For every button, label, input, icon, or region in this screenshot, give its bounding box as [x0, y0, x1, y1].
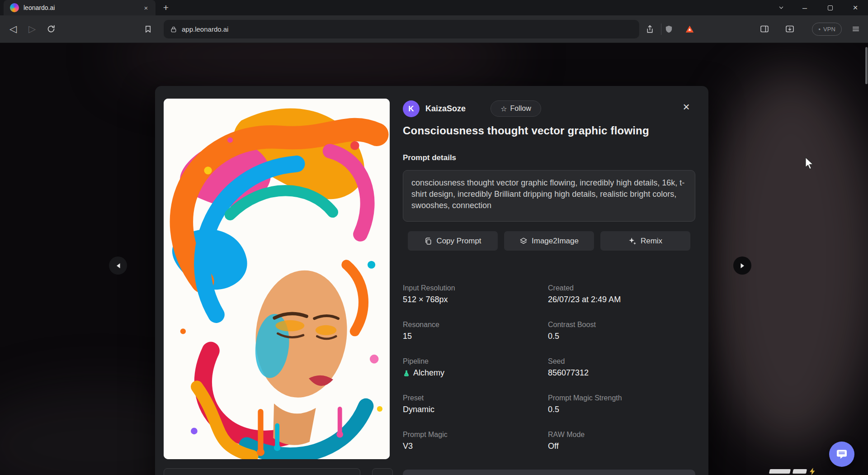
back-icon: ◁ [9, 24, 17, 34]
image-title: Consciousness thought vector graphic flo… [403, 124, 683, 137]
meta-prompt-magic-strength: Prompt Magic Strength 0.5 [548, 394, 695, 414]
page-content: K KaizaSoze ☆ Follow × Consciousness tho… [0, 43, 868, 475]
reload-icon [47, 24, 56, 33]
tab-leonardo[interactable]: leonardo.ai × [4, 0, 156, 15]
minimize-button[interactable]: – [792, 0, 817, 15]
menu-icon [852, 25, 860, 33]
copy-prompt-button[interactable]: Copy Prompt [408, 231, 498, 251]
image-metadata: Input Resolution 512 × 768px Created 26/… [403, 284, 695, 451]
chat-icon [836, 448, 848, 460]
thumbnail-strip[interactable] [164, 468, 360, 475]
browser-menu-button[interactable] [848, 21, 863, 37]
vpn-status-dot: ● [818, 27, 821, 31]
new-tab-button[interactable]: + [158, 1, 174, 14]
bookmark-button[interactable] [140, 21, 156, 37]
meta-input-resolution: Input Resolution 512 × 768px [403, 284, 548, 304]
watermark-text-fragment [769, 469, 791, 474]
support-chat-button[interactable] [829, 442, 854, 467]
leonardo-favicon-icon [10, 3, 19, 12]
meta-pipeline: Pipeline Alchemy [403, 357, 548, 378]
forward-button[interactable]: ▷ [23, 19, 42, 38]
window-close-button[interactable]: × [843, 0, 868, 15]
meta-preset: Preset Dynamic [403, 394, 548, 414]
maximize-icon [828, 5, 833, 10]
artwork-illustration [164, 99, 390, 459]
url-text: app.leonardo.ai [182, 25, 228, 33]
browser-window: leonardo.ai × + – × ◁ ▷ app.leonardo.ai [0, 0, 868, 475]
split-view-icon [785, 24, 794, 33]
image2image-button[interactable]: Image2Image [504, 231, 594, 251]
remix-button[interactable]: Remix [600, 231, 690, 251]
remix-sparkle-icon [628, 237, 637, 245]
modal-close-button[interactable]: × [678, 99, 694, 115]
previous-image-button[interactable] [109, 256, 127, 275]
lightning-bolt-icon [809, 468, 816, 475]
meta-resonance: Resonance 15 [403, 321, 548, 341]
forward-icon: ▷ [28, 24, 36, 34]
chevron-left-icon [116, 263, 121, 269]
layers-icon [519, 237, 528, 245]
lock-icon[interactable] [170, 26, 177, 33]
share-button[interactable] [642, 21, 657, 37]
user-name[interactable]: KaizaSoze [425, 104, 466, 114]
tab-close-button[interactable]: × [141, 3, 151, 13]
maximize-button[interactable] [817, 0, 843, 15]
brave-rewards-triangle-icon [685, 24, 694, 34]
window-controls: – × [770, 0, 868, 15]
meta-contrast-boost: Contrast Boost 0.5 [548, 321, 695, 341]
sidebar-toggle-icon [760, 24, 769, 33]
user-avatar[interactable]: K [403, 100, 420, 117]
brave-shields-button[interactable] [661, 21, 676, 37]
prompt-details-heading: Prompt details [403, 153, 456, 162]
copy-prompt-label: Copy Prompt [436, 237, 481, 246]
image2image-label: Image2Image [532, 237, 579, 246]
prompt-actions: Copy Prompt Image2Image Remix [408, 231, 690, 251]
brave-rewards-button[interactable] [682, 21, 697, 37]
generate-with-model-button[interactable]: Generate with this model [403, 470, 695, 475]
video-watermark [769, 467, 824, 475]
browser-toolbar: ◁ ▷ app.leonardo.ai ● VPN [0, 15, 868, 43]
page-scrollbar[interactable] [865, 47, 868, 84]
copy-icon [424, 237, 432, 245]
shield-icon [665, 25, 673, 33]
follow-label: Follow [510, 104, 531, 113]
generated-image [164, 99, 390, 459]
meta-prompt-magic: Prompt Magic V3 [403, 431, 548, 451]
split-view-button[interactable] [782, 21, 797, 37]
sidebar-toggle-button[interactable] [757, 21, 772, 37]
meta-created: Created 26/07/23 at 2:49 AM [548, 284, 695, 304]
share-icon [646, 25, 654, 33]
tab-search-chevron-icon[interactable] [770, 0, 792, 15]
tab-bar: leonardo.ai × + – × [0, 0, 868, 15]
star-icon: ☆ [500, 104, 507, 113]
vpn-label: VPN [823, 26, 835, 33]
reload-button[interactable] [42, 19, 61, 38]
meta-raw-mode: RAW Mode Off [548, 431, 695, 451]
flask-icon [403, 370, 410, 377]
watermark-text-fragment [793, 469, 807, 474]
vpn-button[interactable]: ● VPN [812, 23, 842, 36]
url-bar[interactable]: app.leonardo.ai [164, 20, 639, 38]
prompt-text: consciousness thought vector graphic flo… [403, 170, 695, 222]
thumbnail-nav-button[interactable] [372, 468, 393, 475]
remix-label: Remix [641, 237, 662, 246]
details-panel: K KaizaSoze ☆ Follow × Consciousness tho… [403, 86, 695, 475]
back-button[interactable]: ◁ [4, 19, 23, 38]
image-detail-modal: K KaizaSoze ☆ Follow × Consciousness tho… [155, 86, 708, 475]
mouse-cursor [804, 157, 814, 171]
bookmark-icon [144, 25, 152, 33]
tab-title: leonardo.ai [24, 4, 137, 11]
next-image-button[interactable] [733, 256, 751, 275]
meta-seed: Seed 856077312 [548, 357, 695, 378]
follow-button[interactable]: ☆ Follow [491, 100, 541, 117]
chevron-right-icon [740, 263, 745, 269]
backdrop-glow [705, 70, 868, 450]
